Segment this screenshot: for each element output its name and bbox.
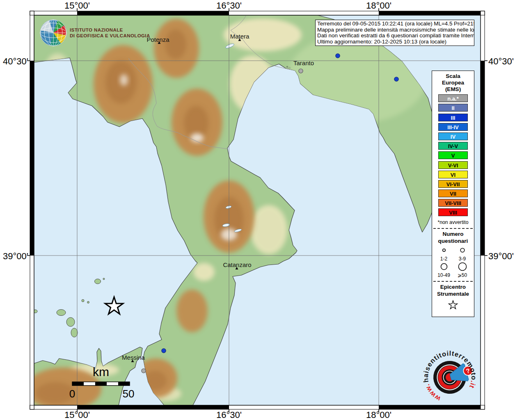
ems-intensity-scale: n.a.*IIIIIIII-IVIVIV-VVV-VIVIVI-VIIVIIVI… — [432, 94, 474, 216]
questionnaire-size-key: 1-23-910-49⩾50 — [432, 245, 474, 278]
map-canvas: km 0 50 — [26, 15, 483, 410]
epicenter-title-line2: Strumentale — [432, 290, 474, 297]
axis-label-bottom-1630: 16°30' — [216, 410, 242, 420]
epicenter-star-icon — [447, 299, 459, 310]
ems-chip-V: V — [438, 151, 468, 159]
questionnaire-count-title: Numero questionari — [432, 231, 474, 244]
axis-label-top-15: 15°00' — [64, 0, 90, 11]
legend-title-line3: (EMS) — [432, 86, 474, 93]
epicenter-title-line1: Epicentro — [432, 283, 474, 290]
legend-title: Scala Europea (EMS) — [432, 73, 474, 93]
ems-chip-VI: VI — [438, 171, 468, 178]
legend-divider-1 — [433, 228, 473, 229]
axis-label-left-3900: 39°00' — [3, 251, 28, 262]
legend-title-line2: Europea — [432, 80, 474, 86]
ems-chip-IV-V: IV-V — [438, 142, 468, 150]
ems-chip-VII-VIII: VII-VIII — [438, 199, 468, 207]
ems-chip-VII: VII — [438, 189, 468, 197]
event-info-line4: Ultimo aggiornamento: 20-12-2025 10:13 (… — [317, 39, 472, 45]
questionnaire-size-1-2: 1-2 — [436, 245, 452, 262]
questionnaire-size-label: 10-49 — [436, 272, 452, 278]
axis-label-top-1630: 16°30' — [216, 0, 242, 11]
map-legend: Scala Europea (EMS) n.a.*IIIIIIII-IVIVIV… — [432, 71, 474, 317]
scale-end-label: 50 — [123, 388, 135, 400]
ingv-name-line2: DI GEOFISICA E VULCANOLOGIA — [70, 33, 150, 38]
epicenter-star-glyph — [449, 301, 458, 309]
event-info-line2: Mappa preliminare delle intensità macros… — [317, 27, 472, 33]
axis-label-right-4030: 40°30' — [488, 56, 514, 67]
scale-start-label: 0 — [69, 388, 75, 400]
ems-chip-V-VI: V-VI — [438, 161, 468, 169]
legend-divider-2 — [433, 281, 473, 282]
scale-unit-label: km — [93, 365, 109, 379]
ems-chip-III-IV: III-IV — [438, 123, 468, 131]
ems-chip-III: III — [438, 114, 468, 121]
event-info-line3: Dati non verificati estratti da 6 questi… — [317, 33, 472, 39]
questionnaire-size-label: 3-9 — [454, 256, 471, 262]
ems-chip-n.a.*: n.a.* — [438, 94, 468, 102]
questionnaire-size-3-9: 3-9 — [454, 245, 471, 262]
observation-dot-intensity — [394, 77, 398, 81]
observation-dot-na — [142, 369, 146, 373]
questionnaire-size-label: 1-2 — [436, 256, 452, 262]
axis-label-bottom-15: 15°00' — [64, 410, 90, 420]
questionnaire-title-line2: questionari — [432, 237, 474, 244]
ems-chip-VI-VII: VI-VII — [438, 180, 468, 188]
questionnaire-title-line1: Numero — [432, 231, 474, 237]
observation-dot-na — [299, 69, 303, 73]
axis-label-right-3900: 39°00' — [488, 251, 514, 262]
questionnaire-size-10-49: 10-49 — [436, 262, 452, 278]
event-info-line1: Terremoto del 09-05-2015 10:22:41 (ora l… — [317, 21, 472, 27]
ingv-name-line1: ISTITUTO NAZIONALE — [70, 27, 123, 32]
event-info-box: Terremoto del 09-05-2015 10:22:41 (ora l… — [315, 20, 474, 46]
legend-footnote: *non avvertito — [432, 219, 474, 225]
ems-chip-IV: IV — [438, 132, 468, 140]
macroseismic-map-page: { "title_box": { "lines": [ "Terremoto d… — [0, 0, 515, 420]
ingv-globe-icon — [40, 20, 66, 46]
ems-chip-II: II — [438, 104, 468, 112]
observation-dot-intensity — [336, 54, 340, 58]
instrumental-epicenter-title: Epicentro Strumentale — [432, 283, 474, 297]
observation-dot-intensity — [162, 349, 166, 353]
axis-label-bottom-18: 18°00' — [366, 410, 391, 420]
questionnaire-size-⩾50: ⩾50 — [454, 262, 471, 278]
axis-label-top-18: 18°00' — [366, 0, 391, 11]
legend-title-line1: Scala — [432, 73, 474, 80]
questionnaire-size-label: ⩾50 — [454, 272, 471, 278]
axis-label-left-4030: 40°30' — [3, 56, 28, 67]
ems-chip-VIII: VIII — [438, 208, 468, 216]
